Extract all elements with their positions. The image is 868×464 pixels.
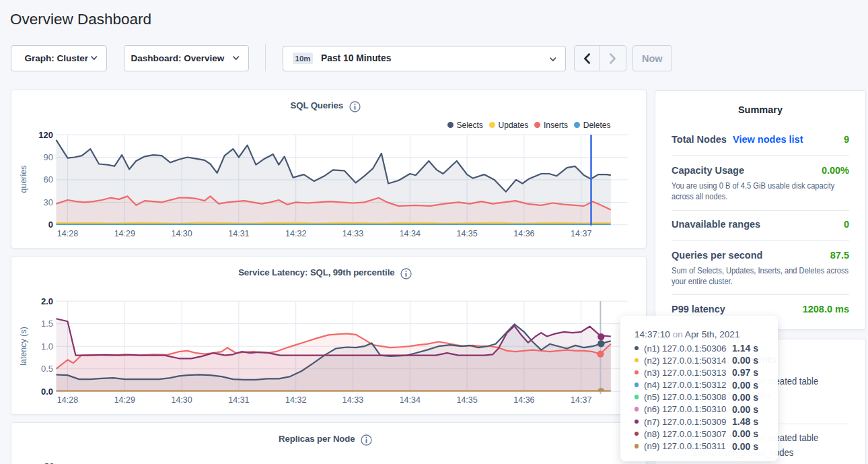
svg-text:90: 90 [43,152,52,162]
svg-text:14:33: 14:33 [342,395,363,405]
svg-text:14:36: 14:36 [513,395,534,405]
svg-text:14:29: 14:29 [114,229,135,238]
svg-text:1.5: 1.5 [40,319,52,329]
svg-text:14:28: 14:28 [57,229,77,238]
svg-text:2.0: 2.0 [40,296,52,306]
svg-text:14:37: 14:37 [571,229,591,238]
svg-text:14:32: 14:32 [285,395,306,405]
svg-text:14:30: 14:30 [171,395,192,405]
svg-text:0.0: 0.0 [40,386,52,396]
svg-text:0.5: 0.5 [40,364,52,374]
svg-text:30: 30 [43,197,52,207]
svg-text:14:28: 14:28 [57,395,77,405]
svg-text:60: 60 [43,174,52,185]
svg-text:14:35: 14:35 [456,229,477,238]
svg-text:queries: queries [19,166,28,193]
svg-text:14:33: 14:33 [342,229,363,238]
svg-text:latency (s): latency (s) [19,327,28,366]
svg-text:14:31: 14:31 [228,229,249,238]
svg-text:14:37: 14:37 [571,395,591,405]
svg-text:14:29: 14:29 [114,395,135,405]
svg-text:120: 120 [38,130,53,140]
svg-text:14:30: 14:30 [171,229,192,238]
svg-text:14:34: 14:34 [399,395,420,405]
svg-text:14:32: 14:32 [285,229,306,238]
svg-text:14:34: 14:34 [399,229,420,238]
svg-text:1.0: 1.0 [40,341,52,351]
svg-text:14:31: 14:31 [228,395,249,405]
svg-text:14:35: 14:35 [456,395,477,405]
svg-text:14:36: 14:36 [513,229,534,238]
svg-text:0: 0 [48,220,52,230]
